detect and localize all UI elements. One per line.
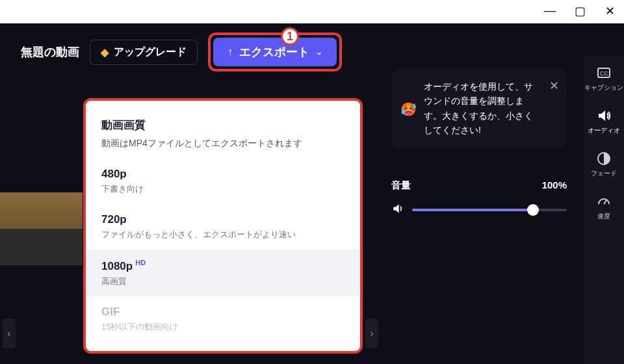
- close-window-button[interactable]: ✕: [602, 4, 618, 18]
- window-controls: — ▢ ✕: [542, 4, 618, 18]
- diamond-icon: ◆: [101, 46, 109, 58]
- quality-option-1080p[interactable]: 1080pHD 高画質: [86, 250, 360, 296]
- tab-label: キャプション: [584, 83, 623, 92]
- hd-badge: HD: [135, 259, 146, 266]
- volume-panel: 音量 100%: [391, 179, 567, 218]
- volume-label: 音量: [391, 179, 411, 192]
- speaker-icon: [596, 108, 612, 124]
- close-tip-button[interactable]: ✕: [549, 77, 559, 96]
- volume-thumb[interactable]: [527, 204, 539, 216]
- quality-desc: 15秒以下の動画向け: [101, 321, 344, 333]
- upgrade-label: アップグレード: [114, 46, 187, 59]
- quality-name: 720p: [101, 213, 344, 226]
- minimize-button[interactable]: —: [542, 4, 558, 18]
- quality-option-720p[interactable]: 720p ファイルがもっと小さく、エクスポートがより速い: [86, 204, 360, 250]
- quality-name: 480p: [101, 168, 344, 181]
- quality-desc: 下書き向け: [101, 183, 344, 195]
- preview-thumbnail: [0, 192, 83, 265]
- tab-label: フェード: [591, 169, 617, 178]
- quality-option-480p[interactable]: 480p 下書き向け: [86, 159, 360, 204]
- dropdown-heading: 動画画質: [86, 118, 360, 138]
- export-quality-dropdown: 動画画質 動画はMP4ファイルとしてエクスポートされます 480p 下書き向け …: [83, 98, 363, 354]
- svg-line-3: [604, 200, 606, 204]
- export-highlight-box: ↑ エクスポート ⌄: [208, 32, 342, 72]
- tab-label: 速度: [597, 212, 610, 221]
- quality-desc: ファイルがもっと小さく、エクスポートがより速い: [101, 229, 344, 240]
- export-label: エクスポート: [239, 44, 309, 60]
- volume-fill: [412, 209, 533, 211]
- cc-icon: CC: [596, 65, 612, 81]
- gauge-icon: [596, 194, 612, 209]
- upgrade-button[interactable]: ◆ アップグレード: [90, 40, 198, 65]
- maximize-button[interactable]: ▢: [572, 4, 588, 18]
- upload-icon: ↑: [228, 46, 233, 58]
- dropdown-subtext: 動画はMP4ファイルとしてエクスポートされます: [86, 138, 360, 159]
- tab-label: オーディオ: [588, 126, 620, 135]
- svg-text:CC: CC: [600, 70, 608, 77]
- hot-face-icon: 🥵: [400, 99, 417, 120]
- next-button[interactable]: ›: [365, 318, 378, 348]
- tip-text: オーディオを使用して、サウンドの音量を調整します。大きくするか、小さくしてくださ…: [424, 81, 533, 135]
- quality-name: 1080pHD: [101, 259, 344, 273]
- speaker-icon[interactable]: [391, 202, 404, 218]
- tab-fade[interactable]: フェード: [591, 151, 617, 178]
- tab-caption[interactable]: CC キャプション: [584, 65, 623, 92]
- quality-option-gif[interactable]: GIF 15秒以下の動画向け: [86, 296, 360, 342]
- prev-button[interactable]: ‹: [3, 318, 16, 348]
- project-title: 無題の動画: [21, 44, 79, 60]
- volume-slider[interactable]: [412, 209, 567, 211]
- quality-name: GIF: [101, 306, 344, 318]
- fade-icon: [596, 151, 612, 166]
- chevron-down-icon: ⌄: [316, 47, 322, 57]
- audio-tip-card: 🥵 ✕ オーディオを使用して、サウンドの音量を調整します。大きくするか、小さくし…: [391, 69, 567, 148]
- tab-audio[interactable]: オーディオ: [588, 108, 620, 135]
- export-button[interactable]: ↑ エクスポート ⌄: [213, 38, 337, 66]
- volume-value: 100%: [542, 179, 567, 192]
- quality-desc: 高画質: [101, 276, 344, 287]
- right-sidebar: CC キャプション オーディオ フェード 速度: [584, 56, 624, 364]
- callout-1: 1: [281, 27, 299, 46]
- tab-speed[interactable]: 速度: [596, 194, 612, 221]
